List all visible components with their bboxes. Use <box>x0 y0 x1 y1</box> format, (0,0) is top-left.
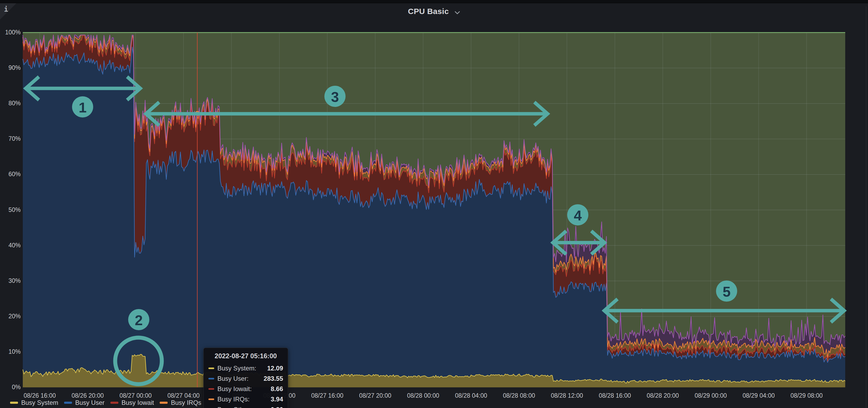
series-swatch <box>208 388 214 390</box>
x-axis-label: 08/29 00:00 <box>687 392 735 399</box>
x-axis-label: 08/27 00:00 <box>112 392 159 399</box>
series-swatch <box>208 378 214 379</box>
tooltip-row: Busy Iowait: 8.66 <box>208 385 283 393</box>
tooltip-timestamp: 2022-08-27 05:16:00 <box>208 352 283 360</box>
cpu-basic-panel: CPU Basic i 123450%10%20%30%40%50%60%70%… <box>0 3 868 408</box>
x-axis-label: 08/28 08:00 <box>495 392 543 399</box>
x-axis-label: 08/29 08:00 <box>783 392 830 399</box>
legend-label: Busy System <box>21 399 58 406</box>
tooltip-row: Busy IRQs: 3.94 <box>208 396 283 403</box>
legend-swatch <box>64 402 72 404</box>
x-axis-label: 08/28 12:00 <box>543 392 591 399</box>
legend-item-busy-irqs[interactable]: Busy IRQs <box>160 399 201 406</box>
legend-item-busy-system[interactable]: Busy System <box>10 399 58 406</box>
annotation-badge-5: 5 <box>716 280 737 302</box>
legend-swatch <box>111 402 118 404</box>
svg-text:4: 4 <box>574 207 582 223</box>
x-axis-label: 08/28 20:00 <box>639 392 687 399</box>
legend-label: Busy IRQs <box>171 399 201 406</box>
legend-item-busy-iowait[interactable]: Busy Iowait <box>111 399 154 406</box>
page-top-strip <box>0 0 868 3</box>
legend-label: Busy Iowait <box>122 399 154 406</box>
x-axis-label: 08/26 16:00 <box>16 392 64 399</box>
x-axis-label: 08/27 20:00 <box>351 392 399 399</box>
legend-swatch <box>10 402 18 404</box>
annotation-badge-4: 4 <box>567 204 588 226</box>
x-axis-label: 08/26 20:00 <box>64 392 112 399</box>
legend-item-busy-user[interactable]: Busy User <box>64 399 104 406</box>
tooltip-row: Busy System: 12.09 <box>208 365 283 372</box>
annotation-badge-1: 1 <box>72 96 93 117</box>
annotation-badge-3: 3 <box>324 86 346 107</box>
y-axis-label: 50% <box>2 206 21 213</box>
y-axis-label: 20% <box>2 313 21 320</box>
y-axis-label: 80% <box>2 100 21 107</box>
x-axis-label: 08/27 04:00 <box>160 392 207 399</box>
legend-swatch <box>160 402 167 404</box>
panel-right-border <box>866 6 866 408</box>
series-swatch <box>208 399 214 400</box>
y-axis-label: 70% <box>2 135 21 142</box>
x-axis-label: 08/28 16:00 <box>591 392 639 399</box>
series-swatch <box>208 368 214 369</box>
x-axis-label: 08/28 00:00 <box>399 392 447 399</box>
x-axis-label: 08/29 04:00 <box>735 392 782 399</box>
y-axis-label: 30% <box>2 277 21 284</box>
y-axis-label: 60% <box>2 171 21 178</box>
y-axis-label: 40% <box>2 242 21 249</box>
chart-legend: Busy System Busy User Busy Iowait Busy I… <box>10 399 201 406</box>
tooltip-row: Busy Other: 0.80 <box>208 406 283 408</box>
x-axis-label: 08/27 16:00 <box>304 392 351 399</box>
y-axis-label: 100% <box>2 29 21 36</box>
annotation-badge-2: 2 <box>128 309 149 330</box>
svg-text:2: 2 <box>135 312 143 328</box>
y-axis-label: 90% <box>2 64 21 71</box>
x-axis-label: 08/28 04:00 <box>447 392 495 399</box>
y-axis-label: 0% <box>2 384 21 391</box>
legend-label: Busy User <box>75 399 104 406</box>
y-axis-label: 10% <box>2 348 21 355</box>
chart-tooltip: 2022-08-27 05:16:00 Busy System: 12.09 B… <box>204 348 288 408</box>
svg-text:1: 1 <box>79 100 87 115</box>
tooltip-row: Busy User: 283.55 <box>208 375 283 382</box>
svg-text:3: 3 <box>331 89 339 105</box>
svg-text:5: 5 <box>723 284 731 300</box>
chart-canvas[interactable]: 12345 <box>0 3 868 408</box>
